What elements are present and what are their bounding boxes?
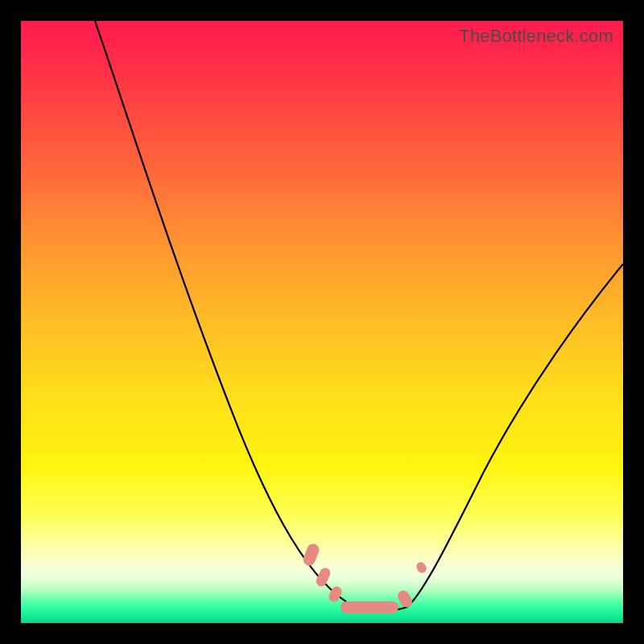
plot-area: TheBottleneck.com [21, 21, 623, 623]
right-curve-path [407, 264, 623, 607]
left-curve-path [95, 21, 355, 607]
watermark-text: TheBottleneck.com [459, 26, 613, 47]
curve-svg [21, 21, 623, 623]
marker-blob [341, 601, 398, 613]
outer-frame: TheBottleneck.com [0, 0, 644, 644]
